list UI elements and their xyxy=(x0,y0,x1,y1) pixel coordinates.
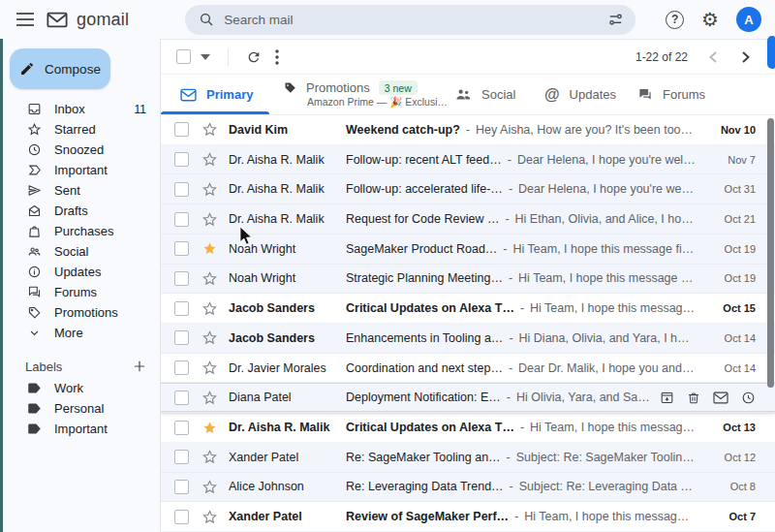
separator: - xyxy=(505,212,509,226)
email-row[interactable]: Dr. Aisha R. Malik Request for Code Revi… xyxy=(161,204,775,235)
star-toggle-icon[interactable] xyxy=(202,390,218,406)
sidebar-item-promotions[interactable]: Promotions xyxy=(0,302,160,323)
sidebar-item-sent[interactable]: Sent xyxy=(0,180,160,201)
search-input[interactable] xyxy=(224,13,598,27)
star-toggle-icon[interactable] xyxy=(202,509,218,525)
row-checkbox[interactable] xyxy=(174,271,189,286)
chevron-down-icon xyxy=(27,326,42,340)
email-row[interactable]: Jacob Sanders Critical Updates on Alexa … xyxy=(161,294,775,324)
email-date: Oct 21 xyxy=(696,213,756,225)
star-toggle-icon[interactable] xyxy=(202,329,218,346)
row-checkbox[interactable] xyxy=(174,122,189,137)
sidebar-label-important[interactable]: Important xyxy=(0,419,160,439)
sidebar-item-important[interactable]: Important xyxy=(0,160,160,180)
sidebar-item-purchases[interactable]: Purchases xyxy=(0,221,160,241)
snooze-clock-icon[interactable] xyxy=(741,391,756,405)
hamburger-menu-icon[interactable] xyxy=(8,2,43,37)
chevron-right-icon[interactable] xyxy=(738,47,754,67)
star-icon xyxy=(27,122,42,137)
star-toggle-icon[interactable] xyxy=(202,479,218,495)
row-checkbox[interactable] xyxy=(174,421,189,435)
star-toggle-icon[interactable] xyxy=(202,211,218,228)
row-checkbox[interactable] xyxy=(174,212,189,227)
info-icon xyxy=(27,265,42,279)
tab-primary[interactable]: Primary xyxy=(161,75,269,114)
email-row[interactable]: Dr. Aisha R. Malik Follow-up: accelerate… xyxy=(161,174,775,204)
search-icon[interactable] xyxy=(199,12,214,27)
row-checkbox[interactable] xyxy=(174,480,189,494)
email-row-hovered[interactable]: Diana Patel Deployment Notification: E…-… xyxy=(161,383,775,413)
sidebar-item-snoozed[interactable]: Snoozed xyxy=(0,140,160,160)
row-checkbox[interactable] xyxy=(174,301,189,316)
search-options-tune-icon[interactable] xyxy=(607,12,624,28)
sidebar-item-updates[interactable]: Updates xyxy=(0,262,160,282)
sidebar-item-starred[interactable]: Starred xyxy=(0,119,160,140)
star-toggle-icon[interactable] xyxy=(202,270,218,287)
mark-unread-envelope-icon[interactable] xyxy=(713,391,728,405)
select-all-checkbox[interactable] xyxy=(176,49,191,64)
sidebar-label-personal[interactable]: Personal xyxy=(0,398,160,419)
email-row[interactable]: Dr. Aisha R. Malik Critical Updates on A… xyxy=(161,413,775,443)
sidebar-item-social[interactable]: Social xyxy=(0,241,160,262)
refresh-icon[interactable] xyxy=(242,46,265,69)
tab-updates[interactable]: @ Updates xyxy=(525,75,618,114)
separator: - xyxy=(503,242,507,256)
row-checkbox[interactable] xyxy=(174,182,189,197)
row-checkbox[interactable] xyxy=(174,360,189,375)
more-options-icon[interactable] xyxy=(271,46,283,69)
sidebar-item-inbox[interactable]: Inbox 11 xyxy=(0,99,160,119)
help-icon[interactable]: ? xyxy=(662,7,688,33)
email-row[interactable]: Dr. Aisha R. Malik Follow-up: recent ALT… xyxy=(161,145,775,175)
star-toggle-icon[interactable] xyxy=(202,121,218,138)
row-hover-actions xyxy=(652,391,756,405)
email-list: David Kim Weekend catch-up?-Hey Aisha, H… xyxy=(161,115,775,532)
row-checkbox[interactable] xyxy=(174,450,189,464)
chevron-left-icon[interactable] xyxy=(705,47,721,67)
settings-gear-icon[interactable]: ⚙ xyxy=(698,6,723,33)
email-subject: Enhancements in Tooling a… xyxy=(346,331,503,345)
email-row[interactable]: Dr. Javier Morales Coordination and next… xyxy=(161,354,775,384)
email-row[interactable]: Noah Wright Strategic Planning Meeting…-… xyxy=(161,265,775,295)
tab-label: Social xyxy=(481,87,515,102)
row-checkbox[interactable] xyxy=(174,241,189,256)
compose-button[interactable]: Compose xyxy=(10,48,110,89)
sidebar-item-more[interactable]: More xyxy=(0,323,160,343)
add-label-plus-icon[interactable] xyxy=(133,360,146,373)
list-toolbar: 1-22 of 22 xyxy=(161,40,775,75)
star-toggle-icon[interactable] xyxy=(202,300,218,317)
tab-promotions[interactable]: Promotions 3 new Amazon Prime — 🎉 Exclus… xyxy=(269,75,436,114)
label-tag-icon xyxy=(27,382,42,394)
sidebar-item-forums[interactable]: Forums xyxy=(0,282,160,302)
email-row[interactable]: Jacob Sanders Enhancements in Tooling a…… xyxy=(161,324,775,354)
star-toggle-icon[interactable] xyxy=(202,151,218,168)
star-toggle-icon[interactable] xyxy=(202,360,218,376)
row-checkbox[interactable] xyxy=(174,391,189,405)
account-avatar[interactable]: A xyxy=(732,3,765,36)
sidebar-item-label: Forums xyxy=(54,285,97,299)
email-snippet: Dear Dr. Malik, I hope you and the SOFC … xyxy=(518,361,696,375)
row-checkbox[interactable] xyxy=(174,152,189,167)
star-toggle-icon-filled[interactable] xyxy=(202,420,218,436)
archive-icon[interactable] xyxy=(660,391,674,405)
trash-icon[interactable] xyxy=(687,391,700,405)
row-checkbox[interactable] xyxy=(174,330,189,345)
star-toggle-icon[interactable] xyxy=(202,449,218,465)
labels-header-text: Labels xyxy=(25,360,62,374)
email-row[interactable]: Alice Johnson Re: Leveraging Data Trend…… xyxy=(161,473,775,503)
row-checkbox[interactable] xyxy=(174,510,189,524)
star-toggle-icon[interactable] xyxy=(202,181,218,198)
tab-social[interactable]: Social xyxy=(436,75,525,114)
select-dropdown-caret-icon[interactable] xyxy=(197,50,214,64)
email-row[interactable]: Noah Wright SageMaker Product Road…-Hi T… xyxy=(161,235,775,265)
at-sign-icon: @ xyxy=(544,87,560,103)
star-toggle-icon-filled[interactable] xyxy=(202,240,218,257)
list-scrollbar-thumb[interactable] xyxy=(767,118,774,388)
sidebar-label-work[interactable]: Work xyxy=(0,378,160,398)
page-scrollbar-thumb[interactable] xyxy=(767,36,775,69)
sidebar-item-drafts[interactable]: Drafts xyxy=(0,201,160,221)
email-row[interactable]: Xander Patel Re: SageMaker Tooling an…-S… xyxy=(161,443,775,473)
email-row[interactable]: Xander Patel Review of SageMaker Perf…-H… xyxy=(161,502,775,532)
email-subject: Critical Updates on Alexa T… xyxy=(346,301,514,315)
tab-forums[interactable]: Forums xyxy=(618,75,719,114)
email-row[interactable]: David Kim Weekend catch-up?-Hey Aisha, H… xyxy=(161,115,775,145)
